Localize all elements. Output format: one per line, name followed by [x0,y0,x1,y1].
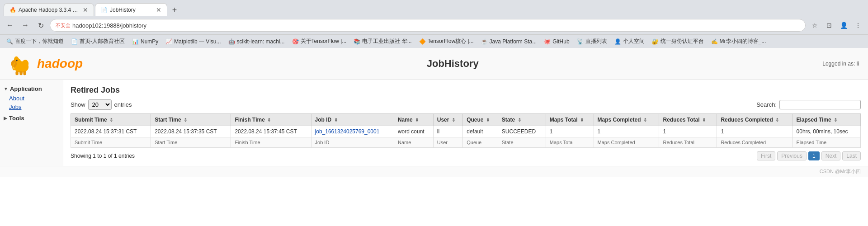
sidebar-link-jobs[interactable]: Jobs [0,103,63,111]
next-page-button[interactable]: Next [821,151,841,160]
th-start-time-label: Start Time [155,117,181,123]
bookmark-dianzi[interactable]: 📚 电子工业出版社 华... [351,37,414,46]
reload-button[interactable]: ↻ [34,19,47,32]
sort-icon-reduces-total: ⇕ [702,118,706,122]
th-reduces-total-label: Reduces Total [663,117,699,123]
th-reduces-total[interactable]: Reduces Total ⇕ [659,114,717,126]
cell-maps-total: 1 [546,126,594,137]
last-page-button[interactable]: Last [842,151,861,160]
table-header-row: Submit Time ⇕ Start Time ⇕ Finish Time ⇕ [71,114,861,126]
tab-close-hadoop[interactable]: ✕ [83,6,88,14]
browser-chrome: 🔥 Apache Hadoop 3.3.4 – Hado... ✕ 📄 JobH… [0,0,868,226]
address-bar[interactable]: 不安全 hadoop102:19888/jobhistory [50,19,806,32]
th-job-id[interactable]: Job ID ⇕ [311,114,394,126]
sort-icon-reduces-completed: ⇕ [775,118,779,122]
search-input[interactable] [779,100,861,109]
menu-icon[interactable]: ⋮ [852,19,864,32]
secondary-user: User [433,137,462,148]
th-name[interactable]: Name ⇕ [394,114,433,126]
bookmark-personal-space[interactable]: 👤 个人空间 [612,37,647,46]
sidebar-link-about[interactable]: About [0,94,63,103]
secondary-submit-time: Submit Time [71,137,151,148]
th-finish-time[interactable]: Finish Time ⇕ [231,114,311,126]
page-footer: CSDN @Mr李小四 [0,166,868,177]
sidebar-section-application: ▼ Application About Jobs [0,84,63,111]
th-maps-total[interactable]: Maps Total ⇕ [546,114,594,126]
current-page-button[interactable]: 1 [808,151,820,160]
bookmark-matplotlib[interactable]: 📈 Matplotlib — Visu... [163,38,223,46]
content-area: Retired Jobs Show 10 20 50 100 entries [63,80,868,166]
hadoop-logo: hadoop [9,52,83,76]
back-button[interactable]: ← [4,19,16,32]
sort-icon-finish-time: ⇕ [267,118,271,122]
th-state[interactable]: State ⇕ [498,114,546,126]
sort-icon-user: ⇕ [452,118,455,122]
profile-icon[interactable]: 👤 [837,19,850,32]
th-job-id-label: Job ID [315,117,332,123]
th-submit-time[interactable]: Submit Time ⇕ [71,114,151,126]
search-area: Search: [756,100,861,109]
cell-job-id: job_1661324025769_0001 [311,126,394,137]
table-controls: Show 10 20 50 100 entries Search: [71,99,861,110]
sort-icon-state: ⇕ [518,118,521,122]
data-table: Submit Time ⇕ Start Time ⇕ Finish Time ⇕ [71,113,861,148]
bookmarks-bar: 🔍 百度一下，你就知道 📄 首页-人邮教育社区 📊 NumPy 📈 Matplo… [0,34,868,48]
secondary-state: State [498,137,546,148]
th-finish-time-label: Finish Time [235,117,264,123]
bookmark-numpy[interactable]: 📊 NumPy [129,38,161,46]
hadoop-elephant-icon [9,52,33,76]
th-submit-time-label: Submit Time [75,117,107,123]
show-entries-select[interactable]: 10 20 50 100 [88,99,112,110]
th-maps-completed[interactable]: Maps Completed ⇕ [594,114,659,126]
bookmark-github[interactable]: 🐙 GitHub [541,38,572,46]
bookmark-tensorflow-core[interactable]: 🔶 TensorFlow核心 |... [416,37,476,46]
show-label: Show [71,101,85,108]
th-elapsed-time-label: Elapsed Time [797,117,831,123]
bookmark-auth[interactable]: 🔐 统一身份认证平台 [649,37,707,46]
first-page-button[interactable]: First [757,151,775,160]
application-arrow: ▼ [4,86,8,91]
entries-label: entries [114,101,132,108]
tab-favicon-jobhistory: 📄 [101,7,107,13]
bookmark-baidu[interactable]: 🔍 百度一下，你就知道 [4,37,66,46]
tab-close-jobhistory[interactable]: ✕ [156,6,161,14]
sidebar-application-header[interactable]: ▼ Application [0,84,63,94]
th-user[interactable]: User ⇕ [433,114,462,126]
previous-page-button[interactable]: Previous [777,151,807,160]
th-start-time[interactable]: Start Time ⇕ [151,114,231,126]
cell-queue: default [463,126,498,137]
main-layout: ▼ Application About Jobs ▶ Tools Retired… [0,80,868,166]
tab-title-hadoop: Apache Hadoop 3.3.4 – Hado... [19,7,80,13]
split-screen-icon[interactable]: ⊡ [823,19,835,32]
cell-start-time: 2022.08.24 15:37:35 CST [151,126,231,137]
sidebar-tools-header[interactable]: ▶ Tools [0,113,63,123]
tab-jobhistory[interactable]: 📄 JobHistory ✕ [95,3,167,16]
bookmark-tensorflow[interactable]: 🎯 关于TensorFlow |... [289,37,349,46]
th-reduces-completed-label: Reduces Completed [721,117,773,123]
forward-button[interactable]: → [19,19,32,32]
secondary-start-time: Start Time [151,137,231,148]
new-tab-button[interactable]: + [168,4,181,16]
bookmark-java[interactable]: ☕ Java Platform Sta... [478,38,540,46]
bookmark-renyou[interactable]: 📄 首页-人邮教育社区 [68,37,127,46]
cell-finish-time: 2022.08.24 15:37:45 CST [231,126,311,137]
secondary-reduces-total: Reduces Total [659,137,717,148]
tab-hadoop[interactable]: 🔥 Apache Hadoop 3.3.4 – Hado... ✕ [4,3,94,16]
th-elapsed-time[interactable]: Elapsed Time ⇕ [793,114,860,126]
sort-icon-submit-time: ⇕ [109,118,113,122]
page-title: JobHistory [83,58,822,70]
th-queue-label: Queue [467,117,483,123]
job-id-link[interactable]: job_1661324025769_0001 [315,128,380,135]
svg-rect-8 [19,71,22,75]
bookmark-blog[interactable]: ✍️ Mr李小四的博客_... [708,37,769,46]
th-queue[interactable]: Queue ⇕ [463,114,498,126]
th-reduces-completed[interactable]: Reduces Completed ⇕ [717,114,793,126]
bookmark-live[interactable]: 📡 直播列表 [574,37,610,46]
bookmark-star-icon[interactable]: ☆ [808,19,821,32]
address-url: hadoop102:19888/jobhistory [72,22,146,29]
tab-bar: 🔥 Apache Hadoop 3.3.4 – Hado... ✕ 📄 JobH… [0,0,868,16]
hadoop-logo-text: hadoop [37,56,83,71]
bookmark-sklearn[interactable]: 🤖 scikit-learn: machi... [226,38,288,46]
secondary-job-id: Job ID [311,137,394,148]
sort-icon-job-id: ⇕ [334,118,338,122]
